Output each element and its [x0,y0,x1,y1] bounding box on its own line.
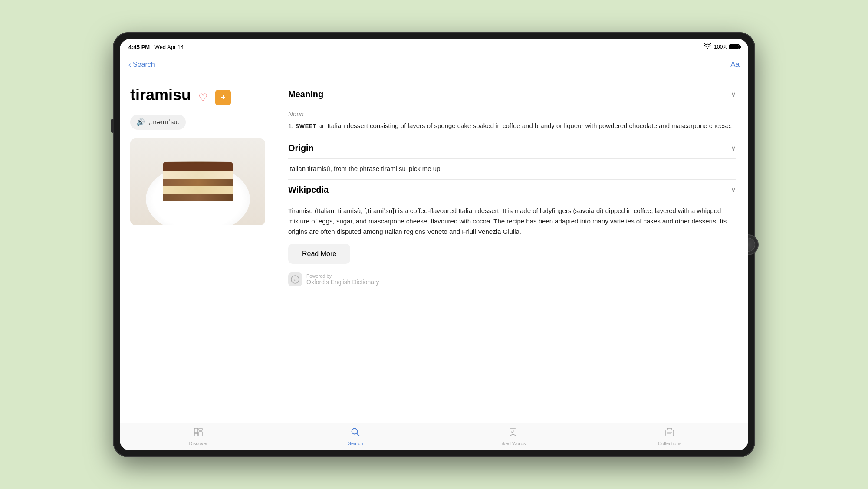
status-left: 4:45 PM Wed Apr 14 [128,43,184,51]
search-icon [351,427,360,440]
status-bar: 4:45 PM Wed Apr 14 100% [120,39,748,55]
svg-rect-5 [194,433,198,436]
add-to-collection-button[interactable]: + [215,90,231,105]
tab-search[interactable]: Search [277,427,434,446]
volume-button[interactable] [111,119,114,133]
battery-icon [729,44,740,49]
powered-by: O Powered by Oxford's English Dictionary [288,272,736,286]
svg-rect-8 [666,430,674,436]
definition-text: an Italian dessert consisting of layers … [319,122,732,129]
meaning-chevron-icon: ∨ [731,90,736,98]
svg-rect-3 [199,428,202,430]
oxford-dictionary-name: Oxford's English Dictionary [306,279,379,286]
tablet-device: 4:45 PM Wed Apr 14 100% [113,32,755,457]
word-image [130,138,265,225]
heart-icon: ♡ [198,92,208,104]
meaning-section-title: Meaning [288,89,323,99]
word-header-row: tiramisu ♡ + [130,86,265,109]
tablet-screen: 4:45 PM Wed Apr 14 100% [120,39,748,450]
collections-icon [665,427,674,440]
discover-label: Discover [189,441,208,446]
collections-label: Collections [658,441,681,446]
cake-layer-1 [163,179,233,186]
tab-discover[interactable]: Discover [120,427,277,446]
liked-label: Liked Words [500,441,526,446]
wikipedia-body: Tiramisu (Italian: tiramisù, [ˌtiramiˈsu… [288,200,736,292]
origin-chevron-icon: ∨ [731,144,736,152]
tab-collections[interactable]: Collections [591,427,748,446]
back-button[interactable]: ‹ Search [128,60,155,69]
status-icons: 100% [704,43,740,50]
tiramisu-illustration [130,138,265,225]
tiramisu-slice [163,162,233,201]
tab-liked[interactable]: Liked Words [434,427,591,446]
origin-section-title: Origin [288,143,314,153]
back-chevron-icon: ‹ [128,60,131,69]
wikipedia-section-header[interactable]: Wikipedia ∨ [288,180,736,200]
meaning-section: Meaning ∨ Noun 1. SWEET an Italian desse… [288,84,736,138]
powered-by-label: Powered by [306,273,379,279]
favorite-button[interactable]: ♡ [195,90,211,105]
battery-fill [730,45,739,49]
cake-layer-2 [163,194,233,201]
tiramisu-body [163,162,233,201]
speaker-icon: 🔊 [136,118,145,126]
origin-text: Italian tiramisù, from the phrase tirami… [288,159,736,180]
cocoa-layer [163,162,233,171]
font-settings-button[interactable]: Aa [730,60,740,69]
wikipedia-section-title: Wikipedia [288,185,329,195]
pronunciation-button[interactable]: 🔊 ,tɪrəmɪˈsuː [130,115,186,130]
word-title: tiramisu [130,86,191,104]
part-of-speech: Noun [288,110,736,118]
svg-rect-2 [194,428,198,433]
definition-number: 1. [288,122,294,129]
add-icon: + [221,93,226,102]
battery-percent: 100% [714,44,727,50]
liked-icon [508,427,517,440]
powered-by-text: Powered by Oxford's English Dictionary [306,273,379,286]
read-more-button[interactable]: Read More [288,244,350,264]
wikipedia-section: Wikipedia ∨ Tiramisu (Italian: tiramisù,… [288,180,736,292]
tab-bar: Discover Search Liked Wo [120,423,748,450]
search-label: Search [348,441,363,446]
wikipedia-text: Tiramisu (Italian: tiramisù, [ˌtiramiˈsu… [288,206,736,237]
left-panel: tiramisu ♡ + 🔊 ,tɪrəmɪˈsuː [120,75,276,423]
meaning-section-body: Noun 1. SWEET an Italian dessert consist… [288,105,736,138]
origin-section: Origin ∨ Italian tiramisù, from the phra… [288,138,736,180]
discover-icon [194,427,203,440]
status-date: Wed Apr 14 [155,44,184,50]
pronunciation-text: ,tɪrəmɪˈsuː [148,118,180,126]
svg-text:O: O [293,278,296,282]
back-label: Search [133,61,155,69]
origin-section-header[interactable]: Origin ∨ [288,138,736,159]
cream-layer-2 [163,186,233,194]
meaning-section-header[interactable]: Meaning ∨ [288,84,736,105]
status-time: 4:45 PM [128,44,150,50]
wifi-icon [704,43,711,50]
sweet-tag: SWEET [296,123,317,129]
right-panel: Meaning ∨ Noun 1. SWEET an Italian desse… [276,75,748,423]
svg-line-7 [357,433,359,436]
wikipedia-chevron-icon: ∨ [731,186,736,194]
definition-item: 1. SWEET an Italian dessert consisting o… [288,121,736,131]
navigation-bar: ‹ Search Aa [120,55,748,75]
cream-layer-1 [163,171,233,179]
battery-container: 100% [714,44,740,50]
cocoa-dust [163,161,233,164]
svg-rect-4 [199,432,202,436]
oxford-logo: O [288,272,302,286]
main-content: tiramisu ♡ + 🔊 ,tɪrəmɪˈsuː [120,75,748,423]
